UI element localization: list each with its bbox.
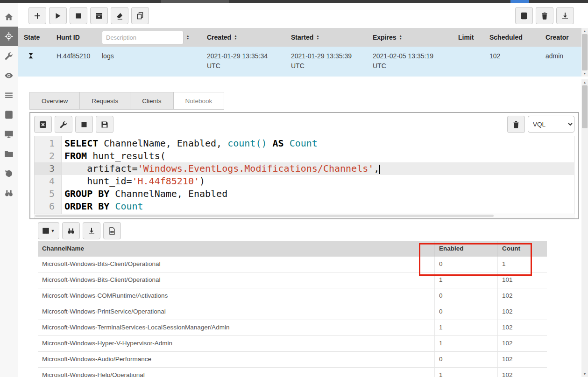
hunt-toolbar-right [515,7,574,24]
save-cell-button[interactable] [96,116,113,133]
table-row[interactable]: Microsoft-Windows-Bits-Client/Operationa… [38,257,547,272]
download-icon [561,12,569,20]
hunt-started-cell: 2021-01-29 13:35:39 UTC [285,47,367,77]
table-cell: 0 [434,352,497,367]
code-line[interactable]: hunt_id='H.44f85210') [62,175,574,188]
scroll-down-arrow[interactable]: ▼ [581,70,588,77]
tab-overview[interactable]: Overview [29,92,80,110]
history-icon [5,169,13,178]
sidebar-item-host-information[interactable] [0,46,18,66]
search-results-button[interactable] [62,222,80,239]
sidebar-item-view-artifacts[interactable] [0,66,18,85]
download-results-button[interactable] [83,222,100,239]
scroll-up-arrow[interactable]: ▲ [581,79,588,85]
delete-cell-button[interactable] [507,116,525,133]
scrollbar-thumb[interactable] [35,215,494,217]
table-row[interactable]: Microsoft-Windows-TerminalServices-Local… [38,320,547,336]
scroll-up-arrow[interactable]: ▲ [581,28,588,34]
code-line[interactable]: FROM hunt_results( [62,150,574,162]
delete-hunt-button[interactable] [111,7,128,24]
code-segment: SELECT [64,138,98,149]
sort-toggle-started[interactable]: ▲▼ [316,35,319,40]
sidebar-item-hunt-manager[interactable] [0,27,18,46]
table-cell: Microsoft-Windows-Hyper-V-Hypervisor-Adm… [38,336,434,351]
code-line[interactable]: GROUP BY ChannelName, Enabled [62,188,574,200]
list-icon [5,91,13,99]
code-segment: ChannelName, Enabled, [98,138,227,149]
hourglass-icon [28,52,34,59]
new-hunt-button[interactable] [28,7,46,24]
column-header-count[interactable]: Count [497,241,547,257]
sort-toggle-created[interactable]: ▲▼ [234,35,237,40]
scrollbar-thumb[interactable] [582,34,588,70]
code-line[interactable]: artifact='Windows.EventLogs.Modification… [62,162,574,175]
sort-down-icon: ▼ [186,37,189,40]
results-table-header: ChannelName Enabled Count [38,241,547,257]
table-row[interactable]: Microsoft-Windows-PrintService/Operation… [38,304,547,320]
sidebar-item-collected-artifacts[interactable] [0,144,18,164]
sort-toggle-description[interactable]: ▲▼ [186,35,189,40]
stop-icon [75,12,82,20]
tab-clients[interactable]: Clients [130,92,173,110]
table-cell: 1 [434,272,497,288]
content-scrollbar[interactable]: ▲ ▼ [581,79,588,377]
hunt-limit-cell [453,47,484,77]
column-header-enabled[interactable]: Enabled [434,241,497,257]
column-header-channelname[interactable]: ChannelName [38,241,434,257]
table-row[interactable]: Microsoft-Windows-Help/Operational1102 [38,368,547,377]
cell-language-selector[interactable]: VQL [528,116,574,133]
stop-hunt-button[interactable] [70,7,87,24]
code-line[interactable]: ORDER BY Count [62,200,574,213]
hunt-trash-button[interactable] [536,7,553,24]
export-csv-button[interactable]: CSV [103,222,121,239]
sidebar-item-server-artifacts[interactable] [0,105,18,125]
copy-icon [136,12,144,20]
hunt-download-button[interactable] [556,7,574,24]
sidebar-item-search[interactable] [0,183,18,203]
editor-code[interactable]: SELECT ChannelName, Enabled, count() AS … [62,136,574,214]
table-row[interactable]: Microsoft-Windows-COMRuntime/Activations… [38,288,547,304]
hunt-row-selected[interactable]: H.44f85210 logs 2021-01-29 13:35:34 UTC … [18,47,588,77]
scrollbar-thumb[interactable] [582,85,588,128]
close-square-icon [39,121,47,128]
code-segment: Count [290,138,318,149]
tab-requests[interactable]: Requests [79,92,130,110]
sidebar-item-client-events[interactable] [0,164,18,183]
hunt-report-button[interactable] [515,7,533,24]
line-number: 4 [35,175,61,188]
hunt-description-cell: logs [96,47,201,77]
code-line[interactable]: SELECT ChannelName, Enabled, count() AS … [62,137,574,150]
line-number: 5 [35,188,61,200]
sidebar-item-server-events[interactable] [0,85,18,105]
table-row[interactable]: Microsoft-Windows-Bits-Client/Operationa… [38,272,547,288]
edit-cell-button[interactable] [55,116,72,133]
eye-icon [5,71,13,80]
tab-notebook[interactable]: Notebook [173,92,225,110]
hunt-list-scrollbar[interactable]: ▲ ▼ [581,28,588,77]
sort-toggle-expires[interactable]: ▲▼ [399,35,402,40]
table-cell: 1 [434,368,497,377]
scroll-down-arrow[interactable]: ▼ [581,371,588,377]
sidebar-item-virtual-filesystem[interactable] [0,125,18,144]
notebook-icon [5,111,13,119]
code-segment: FROM [64,150,87,161]
close-cell-button[interactable] [34,116,52,133]
table-row[interactable]: Microsoft-Windows-Hyper-V-Hypervisor-Adm… [38,336,547,352]
column-select-button[interactable]: ▼ [38,222,59,239]
sidebar-item-home[interactable] [0,7,18,27]
notebook-cell: VQL 123456 SELECT ChannelName, Enabled, … [29,112,579,219]
column-label: Created [207,34,231,41]
run-hunt-button[interactable] [49,7,67,24]
column-label: Expires [373,34,397,41]
hunt-toolbar [18,3,588,28]
folder-icon [5,150,13,158]
editor-horizontal-scrollbar[interactable] [34,214,574,218]
table-cell: 1 [434,336,497,351]
description-filter-input[interactable] [102,31,184,44]
scrollbar-track[interactable] [581,128,588,371]
table-row[interactable]: Microsoft-Windows-Audio/Performance0102 [38,352,547,368]
stop-cell-button[interactable] [75,116,93,133]
copy-hunt-button[interactable] [131,7,149,24]
vql-editor[interactable]: 123456 SELECT ChannelName, Enabled, coun… [34,136,574,214]
archive-hunt-button[interactable] [90,7,108,24]
